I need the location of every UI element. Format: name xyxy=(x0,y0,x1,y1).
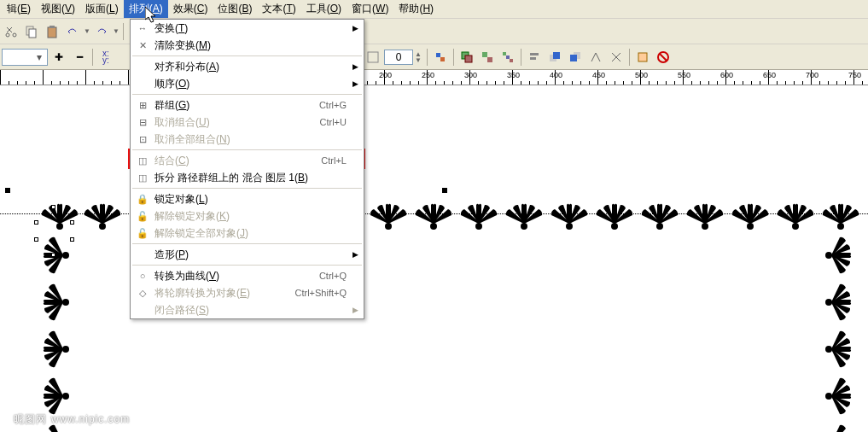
menu-label: 闭合路径(S) xyxy=(151,303,347,318)
menu-label: 取消全部组合(N) xyxy=(151,132,347,147)
tool-btn-b[interactable] xyxy=(431,48,450,67)
ungroup-button[interactable] xyxy=(478,48,497,67)
menu-label: 拆分 路径群组上的 混合 图层 1(B) xyxy=(151,171,347,185)
svg-point-36 xyxy=(702,223,708,230)
copy-button[interactable] xyxy=(22,22,41,41)
ornament-fan[interactable] xyxy=(38,328,70,371)
menu-edit[interactable]: 辑(E) xyxy=(2,0,36,18)
tool-btn-a[interactable] xyxy=(364,48,382,67)
node-handle[interactable] xyxy=(34,237,38,242)
order-front-button[interactable] xyxy=(545,48,564,67)
node-handle[interactable] xyxy=(51,205,55,209)
menu-help[interactable]: 帮助(H) xyxy=(393,0,439,18)
menu-shortcut: Ctrl+Shift+Q xyxy=(294,288,347,298)
redo-button[interactable] xyxy=(92,22,111,41)
ornament-fan[interactable] xyxy=(367,198,410,231)
menu-item: ⊡取消全部组合(N) xyxy=(131,131,364,148)
ornament-fan[interactable] xyxy=(457,198,500,231)
ornament-fan[interactable] xyxy=(638,198,681,231)
menu-icon: 🔓 xyxy=(134,211,151,222)
ornament-fan[interactable] xyxy=(729,198,772,231)
ornament-fan[interactable] xyxy=(774,198,817,231)
menu-icon: ⊞ xyxy=(134,100,151,111)
menu-shortcut: Ctrl+U xyxy=(320,117,347,127)
svg-rect-21 xyxy=(553,52,560,59)
group-button[interactable] xyxy=(457,48,476,67)
svg-point-43 xyxy=(62,393,69,400)
svg-point-0 xyxy=(6,33,9,37)
align-button[interactable] xyxy=(525,48,544,67)
menu-item[interactable]: 🔒锁定对象(L) xyxy=(131,190,364,207)
menu-effects[interactable]: 效果(C) xyxy=(168,0,213,18)
undo-button[interactable] xyxy=(63,22,82,41)
svg-rect-18 xyxy=(530,53,539,55)
ornament-fan[interactable] xyxy=(819,198,862,231)
svg-point-38 xyxy=(792,223,799,230)
menu-icon: ✕ xyxy=(134,40,151,51)
menu-label: 取消组合(U) xyxy=(151,115,320,130)
menu-view[interactable]: 视图(V) xyxy=(36,0,80,18)
node-handle[interactable] xyxy=(34,220,38,225)
menu-icon: 🔓 xyxy=(134,228,151,239)
menu-icon: ◫ xyxy=(134,172,151,184)
order-back-button[interactable] xyxy=(566,48,585,67)
svg-point-32 xyxy=(521,223,527,230)
submenu-arrow: ▶ xyxy=(352,24,358,32)
ornament-fan[interactable] xyxy=(824,328,857,371)
ornament-fan[interactable] xyxy=(824,234,857,277)
paste-button[interactable] xyxy=(43,22,61,41)
menu-item[interactable]: ○转换为曲线(V)Ctrl+Q xyxy=(131,267,364,284)
menu-label: 结合(C) xyxy=(151,154,321,168)
ornament-fan[interactable] xyxy=(38,198,81,231)
menu-item[interactable]: ⊞群组(G)Ctrl+G xyxy=(131,96,364,114)
selection-handle[interactable] xyxy=(5,188,10,193)
ornament-fan[interactable] xyxy=(824,375,857,417)
submenu-arrow: ▶ xyxy=(352,306,358,314)
menu-item[interactable]: 对齐和分布(A)▶ xyxy=(131,58,364,75)
menu-item[interactable]: 造形(P)▶ xyxy=(131,246,364,263)
menu-window[interactable]: 窗口(W) xyxy=(347,0,393,18)
menu-layout[interactable]: 版面(L) xyxy=(80,0,124,18)
node-handle[interactable] xyxy=(70,237,74,242)
ornament-fan[interactable] xyxy=(38,281,70,324)
menu-item[interactable]: ↔变换(T)▶ xyxy=(131,20,364,37)
trim-button[interactable] xyxy=(607,48,626,67)
menu-item: 🔓解除锁定对象(K) xyxy=(131,207,364,225)
svg-rect-5 xyxy=(50,26,55,28)
node-handle[interactable] xyxy=(51,253,55,257)
menu-label: 解除锁定对象(K) xyxy=(151,209,347,224)
add-node-button[interactable]: ✚ xyxy=(50,48,68,67)
ornament-fan[interactable] xyxy=(824,422,857,432)
menu-tools[interactable]: 工具(O) xyxy=(301,0,347,18)
svg-rect-4 xyxy=(48,27,56,38)
selection-handle[interactable] xyxy=(442,188,447,193)
no-button[interactable] xyxy=(654,48,673,67)
svg-point-37 xyxy=(747,223,754,230)
menu-label: 造形(P) xyxy=(151,248,347,262)
ornament-fan[interactable] xyxy=(412,198,455,231)
menu-item[interactable]: ◫拆分 路径群组上的 混合 图层 1(B) xyxy=(131,169,364,186)
remove-node-button[interactable]: ━ xyxy=(70,48,89,67)
menu-label: 变换(T) xyxy=(151,21,347,36)
cut-button[interactable] xyxy=(2,22,20,41)
menu-bitmap[interactable]: 位图(B) xyxy=(213,0,257,18)
ornament-fan[interactable] xyxy=(503,198,545,231)
menu-item[interactable]: ✕清除变换(M) xyxy=(131,37,364,54)
menu-arrange[interactable]: 排列(A) xyxy=(124,0,168,18)
svg-point-46 xyxy=(825,299,832,306)
node-handle[interactable] xyxy=(70,220,74,225)
ornament-fan[interactable] xyxy=(81,198,124,231)
ornament-fan[interactable] xyxy=(824,281,857,324)
menu-text[interactable]: 文本(T) xyxy=(257,0,300,18)
ornament-fan[interactable] xyxy=(684,198,726,231)
ornament-fan[interactable] xyxy=(593,198,636,231)
combo-preset[interactable]: ▾ xyxy=(2,49,48,66)
weld-button[interactable] xyxy=(586,48,605,67)
svg-point-40 xyxy=(62,252,69,259)
ornament-fan[interactable] xyxy=(548,198,591,231)
convert-button[interactable] xyxy=(633,48,652,67)
ungroup-all-button[interactable] xyxy=(498,48,517,67)
menu-item[interactable]: 顺序(O)▶ xyxy=(131,75,364,92)
menu-label: 对齐和分布(A) xyxy=(151,60,347,74)
num-input[interactable]: 0 xyxy=(384,50,413,65)
